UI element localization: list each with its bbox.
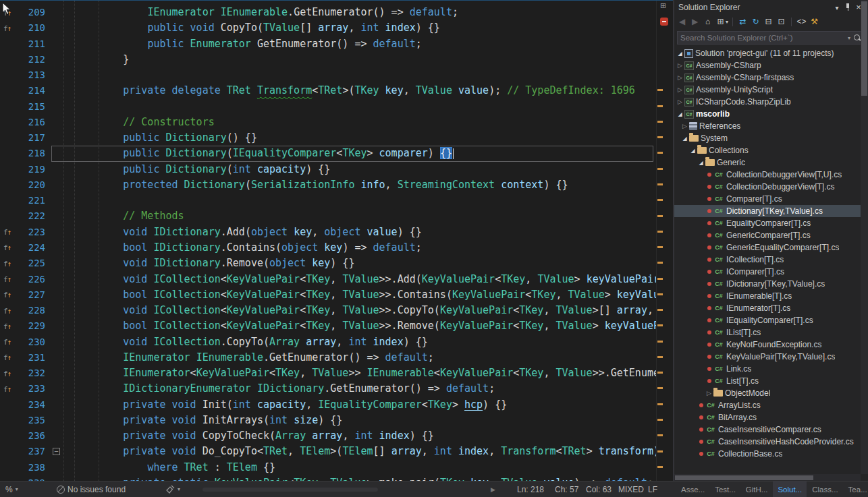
- properties-wrench-icon[interactable]: ⚒: [809, 16, 820, 28]
- show-all-files-icon[interactable]: ⊡: [776, 16, 787, 28]
- line-number[interactable]: 224: [15, 240, 49, 256]
- code-line-225[interactable]: f↑225 void IDictionary.Remove(object key…: [0, 256, 673, 271]
- tree-item-genericcomparer-t-cs[interactable]: C#GenericComparer[T].cs: [674, 229, 868, 241]
- tree-item-icollection-t-cs[interactable]: C#ICollection[T].cs: [674, 254, 868, 266]
- line-number[interactable]: 218: [15, 146, 49, 161]
- line-number[interactable]: 232: [15, 366, 49, 381]
- tree-item-mscorlib[interactable]: ◢C#mscorlib: [674, 108, 868, 120]
- tree-item-ienumerable-t-cs[interactable]: C#IEnumerable[T].cs: [674, 290, 868, 302]
- code-line-226[interactable]: f↑226 void ICollection<KeyValuePair<TKey…: [0, 272, 673, 287]
- code-line-233[interactable]: f↑233 IDictionaryEnumerator IDictionary.…: [0, 381, 673, 397]
- code-text[interactable]: [74, 99, 656, 115]
- code-text[interactable]: protected Dictionary(SerializationInfo i…: [74, 177, 656, 193]
- tree-item-collectionbase-cs[interactable]: C#CollectionBase.cs: [674, 448, 868, 460]
- line-number[interactable]: 211: [15, 36, 49, 52]
- code-line-238[interactable]: 238 where TRet : TElem {}: [0, 460, 673, 475]
- line-number[interactable]: 219: [15, 162, 49, 177]
- tree-item-collectiondebuggerview-t-u-cs[interactable]: C#CollectionDebuggerView[T,U].cs: [674, 169, 868, 181]
- code-line-224[interactable]: f↑224 bool IDictionary.Contains(object k…: [0, 240, 673, 256]
- tree-vertical-scrollbar-thumb[interactable]: [861, 1, 867, 96]
- tree-item-assembly-unityscript[interactable]: ▷C#Assembly-UnityScript: [674, 84, 868, 96]
- implements-glyph-icon[interactable]: f↑: [0, 287, 15, 303]
- tree-item-link-cs[interactable]: C#Link.cs: [674, 363, 868, 375]
- line-number[interactable]: 236: [15, 428, 49, 444]
- code-text[interactable]: IEnumerator<KeyValuePair<TKey, TValue>> …: [74, 366, 656, 381]
- nav-forward-icon[interactable]: ▶: [689, 16, 701, 28]
- refresh-icon[interactable]: ↻: [750, 16, 761, 28]
- line-number[interactable]: 226: [15, 272, 49, 287]
- scroll-right-arrow-icon[interactable]: ▶: [491, 481, 495, 497]
- code-text[interactable]: void ICollection<KeyValuePair<TKey, TVal…: [74, 272, 656, 287]
- code-line-214[interactable]: 214 private delegate TRet Transform<TRet…: [0, 83, 673, 98]
- code-text[interactable]: IDictionaryEnumerator IDictionary.GetEnu…: [74, 381, 656, 397]
- line-number[interactable]: 209: [15, 5, 49, 20]
- line-number[interactable]: 233: [15, 381, 49, 397]
- tree-item-bitarray-cs[interactable]: C#BitArray.cs: [674, 411, 868, 423]
- code-line-222[interactable]: 222 // Methods: [0, 208, 673, 224]
- code-text[interactable]: IEnumerator IEnumerable.GetEnumerator() …: [74, 350, 656, 366]
- code-text[interactable]: bool ICollection<KeyValuePair<TKey, TVal…: [74, 318, 656, 334]
- solution-search-input[interactable]: [680, 34, 848, 42]
- sync-with-active-document-icon[interactable]: ⇄: [737, 16, 749, 28]
- editor-vertical-scrollbar[interactable]: ⊞: [656, 1, 673, 481]
- tree-item-keyvaluepair-tkey-tvalue-cs[interactable]: C#KeyValuePair[TKey,TValue].cs: [674, 351, 868, 363]
- line-number[interactable]: 227: [15, 287, 49, 303]
- line-number[interactable]: 237: [15, 444, 49, 459]
- code-line-232[interactable]: f↑232 IEnumerator<KeyValuePair<TKey, TVa…: [0, 366, 673, 381]
- tool-window-tab-class[interactable]: Class...: [807, 481, 842, 497]
- tree-item-idictionary-tkey-tvalue-cs[interactable]: C#IDictionary[TKey,TValue].cs: [674, 278, 868, 290]
- tree-item-equalitycomparer-t-cs[interactable]: C#EqualityComparer[T].cs: [674, 217, 868, 229]
- code-text[interactable]: void IDictionary.Add(object key, object …: [74, 225, 656, 240]
- pin-icon[interactable]: [842, 3, 853, 12]
- dropdown-caret-icon[interactable]: ▾: [726, 19, 728, 25]
- chevron-expanded-icon[interactable]: ◢: [676, 51, 684, 57]
- code-text[interactable]: public Enumerator GetEnumerator() => def…: [74, 36, 656, 52]
- tool-window-tab-solut[interactable]: Solut...: [773, 481, 807, 497]
- code-line-227[interactable]: f↑227 bool ICollection<KeyValuePair<TKey…: [0, 287, 673, 303]
- code-line-230[interactable]: f↑230 void ICollection.CopyTo(Array arra…: [0, 334, 673, 350]
- code-line-235[interactable]: 235 private void InitArrays(int size) {}: [0, 413, 673, 428]
- line-number[interactable]: 216: [15, 115, 49, 130]
- implements-glyph-icon[interactable]: f↑: [0, 256, 15, 272]
- editor-horizontal-scrollbar-thumb[interactable]: [202, 488, 378, 492]
- implements-glyph-icon[interactable]: f↑: [0, 303, 15, 319]
- chevron-expanded-icon[interactable]: ◢: [676, 111, 684, 117]
- chevron-expanded-icon[interactable]: ◢: [680, 136, 689, 142]
- code-line-215[interactable]: 215: [0, 99, 673, 115]
- tree-item-comparer-t-cs[interactable]: C#Comparer[T].cs: [674, 193, 868, 205]
- tree-item-collectiondebuggerview-t-cs[interactable]: C#CollectionDebuggerView[T].cs: [674, 181, 868, 193]
- code-text[interactable]: public Dictionary(IEqualityComparer<TKey…: [74, 146, 656, 161]
- tree-item-assembly-csharp[interactable]: ▷C#Assembly-CSharp: [674, 59, 868, 71]
- tree-item-assembly-csharp-firstpass[interactable]: ▷C#Assembly-CSharp-firstpass: [674, 71, 868, 84]
- chevron-collapsed-icon[interactable]: ▷: [676, 98, 684, 105]
- tool-window-tab-asse[interactable]: Asse...: [676, 481, 709, 497]
- tree-item-references[interactable]: ▷References: [674, 120, 868, 132]
- tool-window-tab-test[interactable]: Test...: [710, 481, 740, 497]
- window-position-icon[interactable]: ▾: [832, 3, 842, 12]
- tree-horizontal-scrollbar[interactable]: [674, 474, 861, 481]
- line-number[interactable]: 230: [15, 334, 49, 350]
- code-editor[interactable]: f↑209 IEnumerator IEnumerable.GetEnumera…: [0, 0, 673, 481]
- search-box[interactable]: ▾: [677, 31, 865, 45]
- line-number[interactable]: 239: [15, 475, 49, 481]
- code-line-231[interactable]: f↑231 IEnumerator IEnumerable.GetEnumera…: [0, 350, 673, 366]
- line-number[interactable]: 228: [15, 303, 49, 318]
- implements-glyph-icon[interactable]: f↑: [0, 20, 15, 36]
- implements-glyph-icon[interactable]: f↑: [0, 334, 15, 350]
- implements-glyph-icon[interactable]: f↑: [0, 366, 15, 382]
- line-number[interactable]: 225: [15, 256, 49, 271]
- line-number[interactable]: 214: [15, 83, 49, 98]
- tree-item-caseinsensitivehashcodeprovider-cs[interactable]: C#CaseInsensitiveHashCodeProvider.cs: [674, 436, 868, 448]
- tree-item-arraylist-cs[interactable]: C#ArrayList.cs: [674, 399, 868, 411]
- line-number[interactable]: 217: [15, 130, 49, 146]
- line-number[interactable]: 213: [15, 67, 49, 83]
- tree-horizontal-scrollbar-thumb[interactable]: [675, 475, 813, 480]
- code-text[interactable]: private void Init(int capacity, IEqualit…: [74, 397, 656, 413]
- nav-back-icon[interactable]: ◀: [676, 16, 688, 28]
- line-number[interactable]: 223: [15, 225, 49, 240]
- search-dropdown-caret-icon[interactable]: ▾: [848, 35, 850, 41]
- line-number[interactable]: 238: [15, 460, 49, 475]
- switch-views-icon[interactable]: ⊞: [715, 16, 726, 28]
- implements-glyph-icon[interactable]: f↑: [0, 239, 15, 256]
- split-window-icon[interactable]: ⊞: [660, 1, 666, 10]
